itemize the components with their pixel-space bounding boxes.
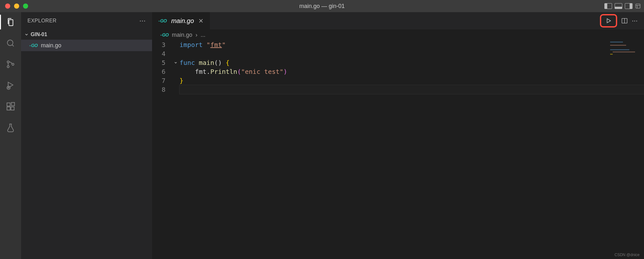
minimap[interactable] — [609, 40, 644, 69]
folder-header[interactable]: GIN-01 — [21, 29, 152, 40]
search-activity-icon[interactable] — [5, 38, 16, 49]
go-file-icon: GO — [158, 18, 167, 23]
explorer-sidebar: EXPLORER ··· GIN-01 GO main.go — [21, 12, 152, 259]
tab-more-icon[interactable]: ··· — [632, 17, 638, 25]
breadcrumb-tail: ... — [201, 32, 205, 38]
source-control-activity-icon[interactable] — [5, 59, 16, 70]
maximize-window-icon[interactable] — [23, 4, 28, 9]
svg-rect-13 — [610, 49, 629, 50]
svg-rect-11 — [610, 42, 623, 43]
svg-point-1 — [7, 40, 13, 46]
layout-sidebar-right-icon[interactable] — [625, 3, 632, 9]
sidebar-more-icon[interactable]: ··· — [139, 17, 146, 25]
explorer-activity-icon[interactable] — [5, 17, 16, 27]
sidebar-title: EXPLORER — [27, 18, 57, 24]
editor-area: GO main.go ··· GO main.go › ... — [152, 12, 644, 259]
go-file-icon: GO — [29, 43, 38, 48]
run-icon[interactable] — [605, 17, 612, 24]
run-debug-activity-icon[interactable] — [5, 80, 16, 91]
line-number-gutter: 345678 — [152, 40, 172, 259]
fold-column — [172, 40, 180, 259]
minimize-window-icon[interactable] — [14, 4, 19, 9]
svg-rect-0 — [636, 4, 640, 8]
svg-rect-8 — [11, 107, 14, 110]
code-editor[interactable]: 345678 import "fmt"func main() { fmt.Pri… — [152, 40, 644, 259]
go-file-icon: GO — [160, 32, 169, 37]
svg-rect-9 — [12, 103, 15, 106]
run-button-highlight — [600, 14, 617, 27]
file-name: main.go — [41, 42, 61, 49]
svg-point-2 — [7, 61, 9, 63]
file-item[interactable]: GO main.go — [21, 40, 152, 51]
window-title: main.go — gin-01 — [0, 3, 644, 10]
svg-point-3 — [7, 66, 9, 67]
tab-title: main.go — [171, 17, 194, 25]
code-content[interactable]: import "fmt"func main() { fmt.Println("e… — [180, 40, 644, 259]
breadcrumb-file: main.go — [172, 32, 192, 38]
tab-bar: GO main.go ··· — [152, 12, 644, 29]
svg-rect-6 — [7, 103, 10, 106]
sidebar-header: EXPLORER ··· — [21, 12, 152, 29]
chevron-right-icon: › — [195, 32, 197, 38]
layout-customize-icon[interactable] — [635, 3, 640, 9]
active-tab[interactable]: GO main.go — [152, 12, 210, 29]
folder-name: GIN-01 — [31, 32, 47, 37]
title-bar: main.go — gin-01 — [0, 0, 644, 12]
close-tab-icon[interactable] — [198, 18, 203, 23]
activity-bar — [0, 12, 21, 259]
svg-rect-7 — [7, 107, 10, 110]
close-window-icon[interactable] — [5, 4, 10, 9]
window-controls — [0, 4, 28, 9]
chevron-down-icon — [24, 32, 29, 37]
vscode-window: main.go — gin-01 — [0, 0, 644, 259]
watermark-text: CSDN @dnice — [615, 253, 640, 257]
testing-activity-icon[interactable] — [5, 122, 16, 133]
layout-panel-bottom-icon[interactable] — [615, 3, 622, 9]
svg-rect-12 — [610, 45, 626, 46]
layout-sidebar-left-icon[interactable] — [604, 3, 612, 9]
svg-rect-15 — [610, 54, 613, 55]
extensions-activity-icon[interactable] — [5, 101, 16, 112]
svg-rect-14 — [613, 51, 635, 52]
breadcrumb[interactable]: GO main.go › ... — [152, 29, 644, 40]
split-editor-icon[interactable] — [621, 17, 628, 24]
